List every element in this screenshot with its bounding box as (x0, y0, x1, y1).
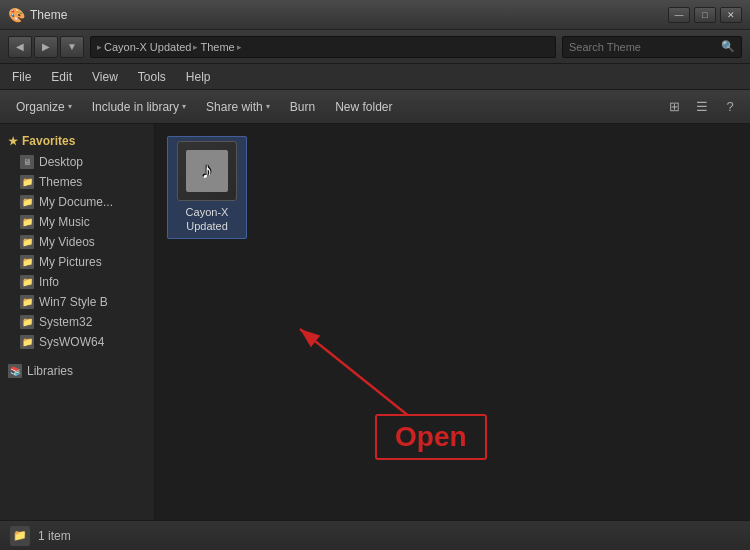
maximize-button[interactable]: □ (694, 7, 716, 23)
breadcrumb-arrow-2: ▸ (237, 42, 242, 52)
sidebar-item-desktop[interactable]: 🖥 Desktop (0, 152, 154, 172)
system32-icon: 📁 (20, 315, 34, 329)
help-button[interactable]: ? (718, 96, 742, 118)
back-button[interactable]: ◀ (8, 36, 32, 58)
status-bar: 📁 1 item (0, 520, 750, 550)
breadcrumb-separator: ▸ (97, 42, 102, 52)
file-icon-wrapper: ♪ (177, 141, 237, 201)
libraries-section[interactable]: 📚 Libraries (0, 360, 154, 382)
sidebar-divider (0, 352, 154, 360)
sidebar: ★ Favorites 🖥 Desktop 📁 Themes 📁 My Docu… (0, 124, 155, 520)
file-label: Cayon-X Updated (172, 205, 242, 234)
open-annotation-label: Open (375, 414, 487, 460)
title-bar: 🎨 Theme — □ ✕ (0, 0, 750, 30)
sidebar-item-win7[interactable]: 📁 Win7 Style B (0, 292, 154, 312)
forward-button[interactable]: ▶ (34, 36, 58, 58)
file-area[interactable]: ♪ Cayon-X Updated Open (155, 124, 750, 520)
file-theme-icon: ♪ (186, 150, 228, 192)
address-bar: ◀ ▶ ▼ ▸ Cayon-X Updated ▸ Theme ▸ 🔍 (0, 30, 750, 64)
dropdown-button[interactable]: ▼ (60, 36, 84, 58)
burn-button[interactable]: Burn (282, 95, 323, 119)
breadcrumb-cayon[interactable]: Cayon-X Updated (104, 41, 191, 53)
syswow64-icon: 📁 (20, 335, 34, 349)
themes-icon: 📁 (20, 175, 34, 189)
breadcrumb-arrow-1: ▸ (193, 42, 198, 52)
close-button[interactable]: ✕ (720, 7, 742, 23)
main-content: ★ Favorites 🖥 Desktop 📁 Themes 📁 My Docu… (0, 124, 750, 520)
view-list-button[interactable]: ☰ (690, 96, 714, 118)
share-with-button[interactable]: Share with ▾ (198, 95, 278, 119)
favorites-section[interactable]: ★ Favorites (0, 130, 154, 152)
menu-bar: File Edit View Tools Help (0, 64, 750, 90)
window-controls: — □ ✕ (668, 7, 742, 23)
toolbar: Organize ▾ Include in library ▾ Share wi… (0, 90, 750, 124)
myvideos-icon: 📁 (20, 235, 34, 249)
mymusic-icon: 📁 (20, 215, 34, 229)
search-icon: 🔍 (721, 40, 735, 53)
sidebar-item-info[interactable]: 📁 Info (0, 272, 154, 292)
sidebar-item-mypictures[interactable]: 📁 My Pictures (0, 252, 154, 272)
minimize-button[interactable]: — (668, 7, 690, 23)
desktop-icon: 🖥 (20, 155, 34, 169)
title-bar-icon: 🎨 (8, 7, 24, 23)
menu-edit[interactable]: Edit (47, 68, 76, 86)
mypictures-icon: 📁 (20, 255, 34, 269)
mydocuments-icon: 📁 (20, 195, 34, 209)
menu-tools[interactable]: Tools (134, 68, 170, 86)
view-tiles-button[interactable]: ⊞ (662, 96, 686, 118)
sidebar-item-myvideos[interactable]: 📁 My Videos (0, 232, 154, 252)
toolbar-right: ⊞ ☰ ? (662, 96, 742, 118)
menu-view[interactable]: View (88, 68, 122, 86)
music-note-icon: ♪ (202, 158, 213, 184)
sidebar-item-system32[interactable]: 📁 System32 (0, 312, 154, 332)
title-text: Theme (30, 8, 668, 22)
search-input[interactable] (569, 41, 717, 53)
sidebar-item-themes[interactable]: 📁 Themes (0, 172, 154, 192)
include-in-library-button[interactable]: Include in library ▾ (84, 95, 194, 119)
star-icon: ★ (8, 135, 18, 148)
libraries-icon: 📚 (8, 364, 22, 378)
search-box[interactable]: 🔍 (562, 36, 742, 58)
win7-icon: 📁 (20, 295, 34, 309)
share-dropdown-arrow: ▾ (266, 102, 270, 111)
organize-button[interactable]: Organize ▾ (8, 95, 80, 119)
status-text: 1 item (38, 529, 71, 543)
menu-help[interactable]: Help (182, 68, 215, 86)
sidebar-item-mymusic[interactable]: 📁 My Music (0, 212, 154, 232)
nav-buttons: ◀ ▶ ▼ (8, 36, 84, 58)
file-item-cayon[interactable]: ♪ Cayon-X Updated (167, 136, 247, 239)
library-dropdown-arrow: ▾ (182, 102, 186, 111)
sidebar-item-mydocuments[interactable]: 📁 My Docume... (0, 192, 154, 212)
breadcrumb-theme[interactable]: Theme (200, 41, 234, 53)
menu-file[interactable]: File (8, 68, 35, 86)
organize-dropdown-arrow: ▾ (68, 102, 72, 111)
sidebar-item-syswow64[interactable]: 📁 SysWOW64 (0, 332, 154, 352)
info-icon: 📁 (20, 275, 34, 289)
breadcrumb-bar: ▸ Cayon-X Updated ▸ Theme ▸ (90, 36, 556, 58)
new-folder-button[interactable]: New folder (327, 95, 400, 119)
status-folder-icon: 📁 (10, 526, 30, 546)
